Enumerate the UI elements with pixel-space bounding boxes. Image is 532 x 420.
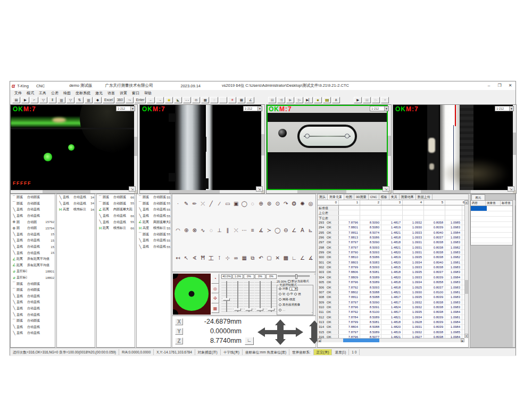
menu-item[interactable]: 窗口 [132, 90, 139, 96]
list-item[interactable]: ∠ 距离 内圆弧最大距 [97, 207, 135, 213]
measure-tool-icon[interactable]: ◯ [242, 201, 247, 207]
list-item[interactable]: H 高度 线性标注 34 [57, 207, 95, 213]
measure-tool-icon[interactable]: ∟ [291, 255, 297, 262]
toolbar-button[interactable]: ◣ [174, 97, 182, 103]
measure-tool-icon[interactable]: ⊺ [217, 255, 222, 262]
toolbar-button[interactable]: ▦ [237, 97, 245, 103]
element-tab[interactable]: 图元 [471, 194, 485, 200]
camera-3-vscrollbar[interactable] [388, 105, 391, 190]
measure-tool-icon[interactable]: ⊙ [275, 201, 280, 207]
result-row[interactable]: 305OK 7.8796 8.5089 1.4818 1.0934 0.8058… [318, 280, 464, 285]
measure-tool-icon[interactable]: ⊗ [192, 227, 197, 234]
column-header[interactable]: 3 [381, 200, 403, 205]
table-tab[interactable]: 夹具 [389, 194, 400, 200]
tolerance-row[interactable]: 标准值 [318, 205, 464, 210]
result-row[interactable]: 310OK 7.8796 8.5091 1.4824 1.0932 0.8038… [318, 305, 464, 310]
table-tab[interactable]: 测量元素 [328, 194, 344, 200]
camera-3-resize-icon[interactable]: ⇲ [383, 186, 389, 192]
toolbar-button[interactable]: ✳ [228, 97, 236, 103]
camera-3-hscrollbar[interactable] [267, 190, 388, 193]
measure-tool-icon[interactable]: ▦ [242, 255, 247, 262]
measure-tool-icon[interactable]: ✎ [184, 201, 189, 207]
toolbar-button[interactable]: ▶ [21, 97, 29, 103]
list-item[interactable]: ⌒ 圆弧 自动圆弧 55 [137, 232, 171, 238]
table-tab[interactable]: 测头 [318, 194, 328, 200]
measure-tool-icon[interactable]: ∡ [258, 227, 264, 234]
element-row[interactable] [471, 233, 512, 238]
measure-tool-icon[interactable]: ▭ [225, 201, 231, 207]
measure-tool-icon[interactable]: ❂ [291, 201, 297, 207]
grid-strength-radio[interactable] [279, 298, 281, 301]
result-row[interactable]: 302OK 7.8799 8.5093 1.4815 1.0933 0.8038… [318, 265, 464, 270]
toolbar-button[interactable]: → [156, 97, 164, 103]
camera-3-range-dropdown[interactable]: 1-212▼ [370, 106, 389, 111]
list-item[interactable]: H 距离 线性标注 66 [97, 225, 135, 232]
list-item[interactable]: ⌒ 圆弧 自动圆弧 [11, 194, 55, 201]
measure-tool-icon[interactable]: Ħ [200, 255, 206, 262]
scroll-up-icon[interactable]: ⌃ [314, 273, 316, 276]
ring-count-dropdown[interactable]: 1▼ [289, 287, 298, 291]
minimize-button[interactable]: – [484, 82, 494, 89]
list-item[interactable]: ⌀ 直径标注 18802 [11, 275, 55, 281]
list-item[interactable]: ∠ 距离 所有距离平均值 [11, 256, 55, 262]
diagonal-move-button[interactable]: ∟ [245, 337, 254, 345]
table-tab[interactable]: 数据上传 [416, 194, 433, 200]
camera-1-hscrollbar[interactable] [11, 190, 134, 193]
list-item[interactable]: ⌒ 圆弧 自动圆弧 [11, 201, 55, 207]
measure-tool-icon[interactable]: ✺ [300, 201, 305, 207]
measure-tool-icon[interactable]: ∞ [233, 255, 239, 262]
menu-item[interactable]: 帮助 [144, 90, 152, 96]
toolbar-button[interactable]: ✕ [381, 97, 389, 103]
camera-2-range-dropdown[interactable]: 1-212▼ [243, 106, 262, 111]
list-item[interactable]: ╲ 直线 自动直线 15 [11, 237, 55, 244]
default-mode-checkbox[interactable] [288, 280, 290, 283]
measure-tool-icon[interactable]: ⊾ [308, 227, 314, 234]
toolbar-button[interactable]: ▶ [354, 97, 362, 103]
jog-cross-arrows[interactable] [256, 319, 305, 345]
toolbar-button[interactable]: ⤳ [126, 97, 134, 103]
list-item[interactable]: ╲ 直线 自动直线 [11, 207, 55, 213]
result-row[interactable]: 311OK 7.8792 8.5100 1.4817 1.0935 0.8038… [318, 310, 464, 315]
table-tab[interactable]: CNC [369, 194, 379, 200]
measure-tool-icon[interactable]: ⧉ [250, 255, 255, 262]
camera-2-hscrollbar[interactable] [140, 190, 261, 193]
table-tab[interactable]: 绘图 [344, 194, 354, 200]
toolbar-button[interactable]: ▽ [39, 97, 47, 103]
scrollbar-thumb[interactable] [343, 339, 379, 342]
slider-thumb[interactable] [256, 308, 263, 311]
toolbar-button[interactable]: ◌ [210, 97, 218, 103]
result-row[interactable]: 298OK 7.8797 8.5093 1.4821 1.0931 0.8038… [318, 245, 464, 250]
list-item[interactable]: H 高度 线性标注 55 [137, 225, 171, 232]
light-quadrant-button[interactable]: ✣ [211, 293, 219, 303]
black-calib-radio[interactable] [279, 303, 281, 306]
toolbar-button[interactable]: ▷ [372, 97, 380, 103]
column-header[interactable]: 4 [403, 200, 424, 205]
toolbar-button[interactable]: Enter [135, 97, 146, 103]
slider-track[interactable] [255, 280, 265, 313]
list-item[interactable]: ╲ 直线 自动直线 55 [137, 244, 171, 250]
result-row[interactable]: 309OK 7.8797 8.5090 1.4817 1.0932 0.8038… [318, 300, 464, 305]
result-row[interactable]: 303OK 7.8806 8.5081 1.4818 1.0935 0.8037… [318, 270, 464, 275]
measure-tool-icon[interactable]: ⊕ [258, 201, 264, 207]
list-item[interactable]: ╲ 直线 自动直线 15 [11, 250, 55, 256]
toolbar-button[interactable]: 360 [115, 97, 124, 103]
toolbar-button[interactable]: ▶ [286, 97, 294, 103]
measure-tool-icon[interactable]: ∠ [300, 255, 305, 262]
menu-item[interactable]: 激光 [95, 90, 103, 96]
result-row[interactable]: 294OK 7.8801 8.5080 1.4819 1.0930 0.8039… [318, 225, 464, 230]
slider-track[interactable] [232, 280, 243, 313]
list-item[interactable]: ⌒ 圆弧 自动圆弧 55 [137, 194, 171, 201]
ring-light-indicator[interactable] [173, 274, 211, 315]
measure-tool-icon[interactable]: ∢ [192, 255, 197, 262]
list-item[interactable]: ⌒ 圆弧 自动圆弧 [11, 287, 55, 293]
level-high-radio[interactable] [294, 293, 297, 295]
result-row[interactable]: 306OK 7.8792 8.5093 1.4818 1.0925 0.8037… [318, 285, 464, 290]
measure-tool-icon[interactable]: ▢ [267, 255, 272, 262]
toolbar-button[interactable]: ← [147, 97, 155, 103]
list-item[interactable]: ╲ 直线 自动直线 [11, 293, 55, 300]
element-panel-scrollbar[interactable] [513, 200, 515, 347]
toolbar-button[interactable] [219, 97, 227, 103]
toolbar-button[interactable]: ▶▏ [304, 97, 313, 103]
measure-tool-icon[interactable]: ↖ [184, 255, 189, 262]
measure-tool-icon[interactable]: ≻ [267, 227, 272, 234]
